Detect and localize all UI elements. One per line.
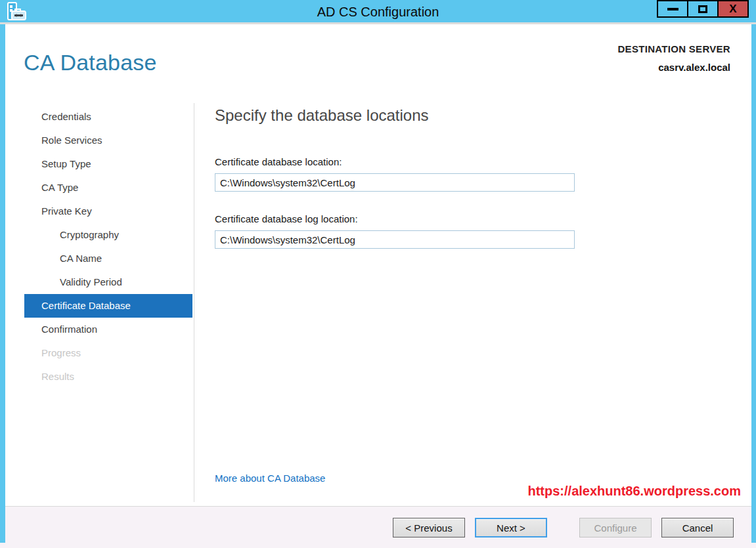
sidebar-item-validity-period[interactable]: Validity Period <box>24 270 192 294</box>
content-heading: Specify the database locations <box>215 106 429 125</box>
sidebar-item-role-services[interactable]: Role Services <box>24 129 192 152</box>
wizard-footer: < Previous Next > Configure Cancel <box>0 506 756 548</box>
database-log-location-input[interactable] <box>215 230 575 249</box>
adcs-configuration-window: AD CS Configuration X CA Database DESTIN… <box>0 0 756 548</box>
next-button[interactable]: Next > <box>475 518 547 537</box>
cancel-button[interactable]: Cancel <box>661 518 734 537</box>
titlebar: AD CS Configuration <box>0 0 756 24</box>
close-button[interactable]: X <box>717 0 749 18</box>
sidebar-item-results: Results <box>24 365 192 389</box>
more-about-ca-database-link[interactable]: More about CA Database <box>215 473 325 484</box>
destination-server-label: DESTINATION SERVER <box>617 43 730 54</box>
wizard-steps-sidebar: Credentials Role Services Setup Type CA … <box>24 105 192 389</box>
sidebar-item-setup-type[interactable]: Setup Type <box>24 152 192 176</box>
sidebar-item-ca-name[interactable]: CA Name <box>24 247 192 270</box>
maximize-icon <box>698 5 707 13</box>
window-controls: X <box>658 0 749 18</box>
database-log-location-label: Certificate database log location: <box>215 213 358 224</box>
database-location-input[interactable] <box>215 173 575 192</box>
sidebar-item-confirmation[interactable]: Confirmation <box>24 318 192 341</box>
sidebar-item-ca-type[interactable]: CA Type <box>24 176 192 200</box>
minimize-icon <box>667 8 678 11</box>
database-location-label: Certificate database location: <box>215 156 342 167</box>
sidebar-item-credentials[interactable]: Credentials <box>24 105 192 129</box>
minimize-button[interactable] <box>657 0 688 18</box>
page-title: CA Database <box>24 50 157 75</box>
configure-button: Configure <box>579 518 652 537</box>
close-icon: X <box>729 3 736 14</box>
window-border-right <box>751 24 756 543</box>
previous-button[interactable]: < Previous <box>393 518 465 537</box>
window-title: AD CS Configuration <box>0 0 756 24</box>
sidebar-divider <box>194 103 194 502</box>
sidebar-item-private-key[interactable]: Private Key <box>24 200 192 223</box>
sidebar-item-progress: Progress <box>24 341 192 365</box>
sidebar-item-certificate-database[interactable]: Certificate Database <box>24 294 192 318</box>
sidebar-item-cryptography[interactable]: Cryptography <box>24 223 192 247</box>
maximize-button[interactable] <box>687 0 719 18</box>
destination-server-value: casrv.alex.local <box>617 62 730 73</box>
window-border-left <box>0 24 5 543</box>
destination-server-block: DESTINATION SERVER casrv.alex.local <box>617 43 730 73</box>
watermark-url: https://alexhunt86.wordpress.com <box>527 484 741 499</box>
